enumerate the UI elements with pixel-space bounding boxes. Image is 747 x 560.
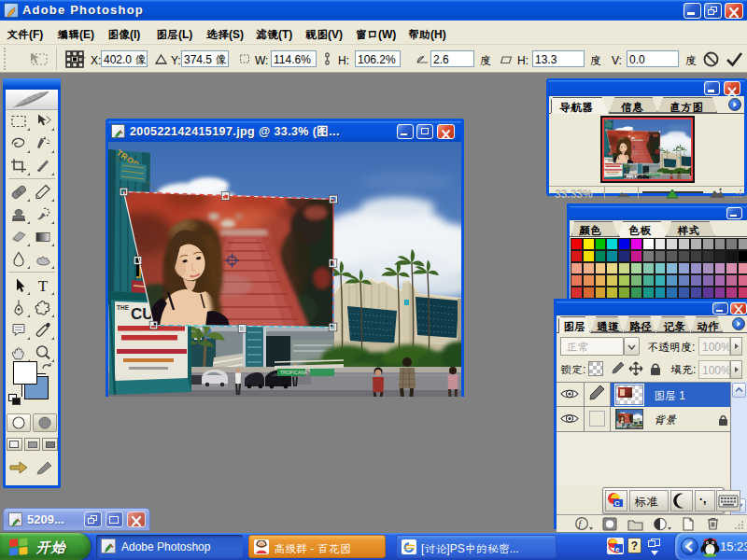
svg-text:THE: THE xyxy=(117,304,130,311)
svg-text:T: T xyxy=(38,277,49,295)
svg-text:f: f xyxy=(579,519,583,529)
svg-text:C: C xyxy=(614,499,620,508)
svg-text:TROPICANA: TROPICANA xyxy=(280,370,308,375)
